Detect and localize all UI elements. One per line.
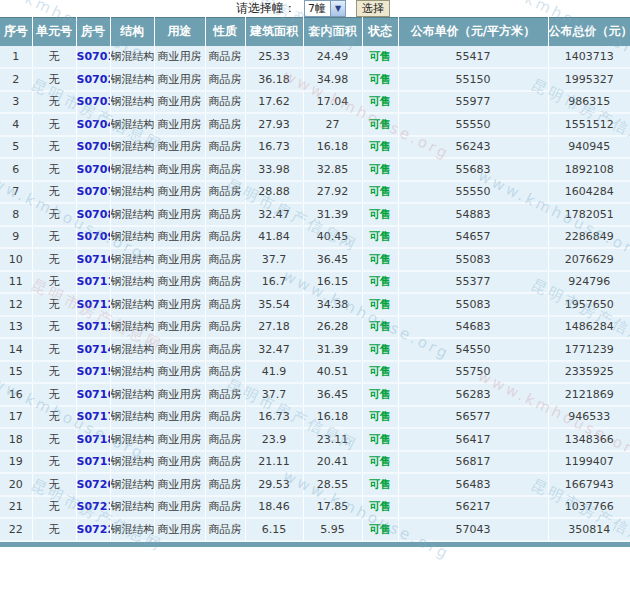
cell-structure: 钢混结构 — [110, 496, 154, 519]
cell-room[interactable]: S0719 — [76, 451, 110, 474]
cell-status: 可售 — [362, 451, 398, 474]
cell-room[interactable]: S0714 — [76, 338, 110, 361]
cell-use: 商业用房 — [154, 473, 205, 496]
cell-structure: 钢混结构 — [110, 203, 154, 226]
cell-total-price: 350814 — [548, 518, 630, 541]
cell-area: 27.93 — [245, 113, 303, 136]
cell-nature: 商品房 — [205, 496, 245, 519]
cell-room[interactable]: S0707 — [76, 181, 110, 204]
cell-inner-area: 16.18 — [303, 406, 362, 429]
cell-status: 可售 — [362, 181, 398, 204]
cell-structure: 钢混结构 — [110, 473, 154, 496]
col-header-serial: 序号 — [0, 18, 32, 46]
cell-unit: 无 — [32, 226, 76, 249]
cell-area: 21.11 — [245, 451, 303, 474]
cell-room[interactable]: S0702 — [76, 68, 110, 91]
cell-status: 可售 — [362, 226, 398, 249]
building-select-bar: 请选择幢： 7幢 ▼ 选择 — [0, 0, 630, 17]
cell-area: 32.47 — [245, 203, 303, 226]
cell-area: 41.9 — [245, 361, 303, 384]
cell-total-price: 1957650 — [548, 293, 630, 316]
cell-unit: 无 — [32, 181, 76, 204]
cell-unit: 无 — [32, 293, 76, 316]
cell-unit: 无 — [32, 451, 76, 474]
cell-room[interactable]: S0717 — [76, 406, 110, 429]
building-select[interactable]: 7幢 ▼ — [304, 0, 346, 17]
cell-status: 可售 — [362, 406, 398, 429]
cell-unit: 无 — [32, 473, 76, 496]
cell-room[interactable]: S0708 — [76, 203, 110, 226]
cell-room[interactable]: S0715 — [76, 361, 110, 384]
cell-unit: 无 — [32, 46, 76, 69]
cell-room[interactable]: S0711 — [76, 271, 110, 294]
cell-serial: 14 — [0, 338, 32, 361]
cell-structure: 钢混结构 — [110, 181, 154, 204]
chevron-down-icon[interactable]: ▼ — [330, 1, 345, 16]
cell-inner-area: 34.98 — [303, 68, 362, 91]
cell-serial: 17 — [0, 406, 32, 429]
cell-use: 商业用房 — [154, 136, 205, 159]
cell-structure: 钢混结构 — [110, 518, 154, 541]
cell-room[interactable]: S0722 — [76, 518, 110, 541]
cell-serial: 4 — [0, 113, 32, 136]
cell-room[interactable]: S0705 — [76, 136, 110, 159]
cell-total-price: 1892108 — [548, 158, 630, 181]
table-row: 12无S0712钢混结构商业用房商品房35.5434.38可售550831957… — [0, 293, 630, 316]
cell-use: 商业用房 — [154, 428, 205, 451]
cell-structure: 钢混结构 — [110, 383, 154, 406]
col-header-nature: 性质 — [205, 18, 245, 46]
cell-room[interactable]: S0704 — [76, 113, 110, 136]
cell-use: 商业用房 — [154, 316, 205, 339]
cell-area: 27.18 — [245, 316, 303, 339]
cell-inner-area: 20.41 — [303, 451, 362, 474]
cell-use: 商业用房 — [154, 181, 205, 204]
cell-nature: 商品房 — [205, 473, 245, 496]
cell-unit: 无 — [32, 271, 76, 294]
cell-room[interactable]: S0709 — [76, 226, 110, 249]
cell-unit-price: 55083 — [398, 248, 548, 271]
cell-status: 可售 — [362, 158, 398, 181]
cell-use: 商业用房 — [154, 406, 205, 429]
cell-unit-price: 56817 — [398, 451, 548, 474]
table-row: 16无S0716钢混结构商业用房商品房37.736.45可售5628321218… — [0, 383, 630, 406]
cell-status: 可售 — [362, 496, 398, 519]
cell-unit: 无 — [32, 518, 76, 541]
cell-status: 可售 — [362, 248, 398, 271]
cell-unit: 无 — [32, 496, 76, 519]
cell-use: 商业用房 — [154, 68, 205, 91]
cell-unit-price: 56217 — [398, 496, 548, 519]
cell-use: 商业用房 — [154, 361, 205, 384]
cell-room[interactable]: S0721 — [76, 496, 110, 519]
cell-inner-area: 27.92 — [303, 181, 362, 204]
cell-serial: 22 — [0, 518, 32, 541]
cell-room[interactable]: S0713 — [76, 316, 110, 339]
cell-room[interactable]: S0720 — [76, 473, 110, 496]
cell-room[interactable]: S0710 — [76, 248, 110, 271]
cell-unit: 无 — [32, 91, 76, 114]
cell-total-price: 1667943 — [548, 473, 630, 496]
cell-room[interactable]: S0701 — [76, 46, 110, 69]
cell-inner-area: 5.95 — [303, 518, 362, 541]
col-header-area: 建筑面积 — [245, 18, 303, 46]
cell-unit-price: 55550 — [398, 113, 548, 136]
cell-structure: 钢混结构 — [110, 91, 154, 114]
cell-area: 25.33 — [245, 46, 303, 69]
cell-room[interactable]: S0712 — [76, 293, 110, 316]
cell-unit-price: 56417 — [398, 428, 548, 451]
cell-room[interactable]: S0706 — [76, 158, 110, 181]
listing-page: 请选择幢： 7幢 ▼ 选择 序号单元号房号结构用途性质建筑面积套内面积状态公布单… — [0, 0, 630, 590]
cell-serial: 20 — [0, 473, 32, 496]
cell-room[interactable]: S0716 — [76, 383, 110, 406]
cell-room[interactable]: S0718 — [76, 428, 110, 451]
cell-total-price: 1486284 — [548, 316, 630, 339]
cell-nature: 商品房 — [205, 91, 245, 114]
cell-use: 商业用房 — [154, 248, 205, 271]
col-header-inner-area: 套内面积 — [303, 18, 362, 46]
table-row: 18无S0718钢混结构商业用房商品房23.923.11可售5641713483… — [0, 428, 630, 451]
cell-status: 可售 — [362, 361, 398, 384]
cell-nature: 商品房 — [205, 248, 245, 271]
cell-nature: 商品房 — [205, 518, 245, 541]
cell-unit-price: 55083 — [398, 293, 548, 316]
select-button[interactable]: 选择 — [356, 0, 390, 17]
cell-room[interactable]: S0703 — [76, 91, 110, 114]
